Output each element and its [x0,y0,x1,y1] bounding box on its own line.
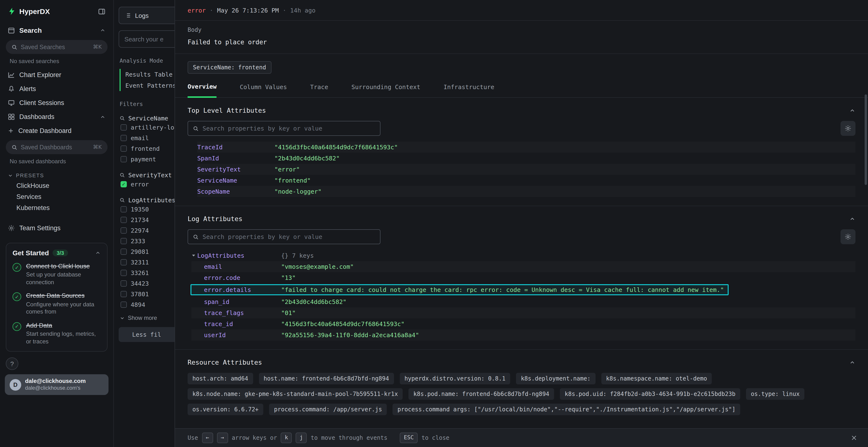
attribute-key[interactable]: ScopeName [197,188,274,195]
checkbox-checked[interactable] [121,181,127,187]
tab-trace[interactable]: Trace [310,83,328,97]
filter-option[interactable]: 29081 [119,246,175,257]
checkbox[interactable] [121,145,127,151]
attributes-settings-button[interactable] [840,229,856,244]
property-search[interactable] [188,121,380,136]
filter-option[interactable]: payment [119,153,175,164]
filter-group-header[interactable]: SeverityText [119,171,175,179]
attribute-key[interactable]: SeverityText [197,166,274,173]
attribute-key[interactable]: span_id [191,298,281,305]
checkbox[interactable] [121,206,127,212]
checkbox[interactable] [121,216,127,223]
sidebar-item-preset-services[interactable]: Services [0,191,113,202]
attribute-row[interactable]: trace_flags"01" [191,307,856,318]
filter-option[interactable]: frontend [119,143,175,153]
property-search[interactable] [188,229,380,244]
mode-event-patterns[interactable]: Event Patterns [121,80,175,91]
sidebar-item-team-settings[interactable]: Team Settings [0,221,113,235]
attribute-key[interactable]: ServiceName [197,177,274,184]
sidebar-item-alerts[interactable]: Alerts [0,82,113,96]
help-button[interactable]: ? [6,358,18,370]
sidebar-item-create-dashboard[interactable]: Create Dashboard [0,124,113,138]
event-search-input[interactable] [124,35,175,43]
resource-chip[interactable]: k8s.pod.uid: f284fb2d-a0b3-4634-991b-e2c… [560,388,740,400]
resource-chip[interactable]: k8s.pod.name: frontend-6b6c8d7bfd-ng894 [409,388,554,400]
checkbox[interactable] [121,227,127,233]
presets-toggle[interactable]: PRESETS [0,168,113,180]
attribute-value[interactable]: "01" [281,309,296,316]
attribute-key[interactable]: SpanId [197,154,274,162]
get-started-item-sources[interactable]: ✓ Create Data Sources Configure where yo… [12,292,101,316]
filter-option[interactable]: 32311 [119,257,175,267]
attribute-key[interactable]: trace_flags [191,309,281,316]
resource-chip[interactable]: k8s.namespace.name: otel-demo [601,373,712,384]
attribute-row[interactable]: SeverityText"error" [197,164,856,175]
checkbox[interactable] [121,301,127,308]
tab-overview[interactable]: Overview [188,83,217,98]
attribute-key[interactable]: TraceId [197,143,274,151]
property-search-input[interactable] [203,233,375,240]
collapse-section-button[interactable] [849,359,856,365]
filter-group-header[interactable]: ServiceName [119,115,175,122]
filter-option[interactable]: 4894 [119,299,175,310]
attribute-row[interactable]: email"vmoses@example.com" [191,261,856,272]
attribute-value[interactable]: "node-logger" [274,188,322,195]
checkbox[interactable] [121,124,127,130]
show-more-toggle[interactable]: Show more [119,314,175,321]
attribute-row[interactable]: ServiceName"frontend" [197,175,856,186]
filter-option[interactable]: 22974 [119,225,175,236]
brand[interactable]: HyperDX [8,7,50,15]
attribute-key[interactable]: email [191,263,281,270]
attribute-value[interactable]: "error" [274,166,300,173]
close-panel-button[interactable] [850,435,858,441]
attribute-value[interactable]: "failed to charge card: could not charge… [281,286,724,294]
attribute-row[interactable]: error.code"13" [191,272,856,283]
resource-chip[interactable]: os.version: 6.6.72+ [188,404,264,415]
checkbox[interactable] [121,259,127,265]
attribute-value[interactable]: "frontend" [274,177,311,184]
attribute-row[interactable]: SpanId"2b43d0c4dd6bc582" [197,153,856,164]
event-search[interactable] [119,30,175,48]
resource-chip[interactable]: host.arch: amd64 [188,373,253,384]
sidebar-item-chart-explorer[interactable]: Chart Explorer [0,68,113,82]
attribute-row[interactable]: TraceId"4156d3fbc40a64854d9dc7f68641593c… [197,142,856,153]
attribute-key[interactable]: LogAttributes [197,252,245,259]
sidebar-collapse-button[interactable] [98,7,105,15]
filter-option[interactable]: 2333 [119,236,175,246]
user-menu[interactable]: D dale@clickhouse.com dale@clickhouse.co… [5,375,108,395]
attribute-row[interactable]: userId"92a55156-39a4-11f0-8ddd-a2eca416a… [191,330,856,341]
mode-results-table[interactable]: Results Table [121,69,175,80]
filter-option[interactable]: 21734 [119,214,175,225]
sidebar-item-preset-clickhouse[interactable]: ClickHouse [0,180,113,191]
checkbox[interactable] [121,156,127,162]
attribute-row[interactable]: trace_id"4156d3fbc40a64854d9dc7f68641593… [191,318,856,330]
saved-searches-search[interactable]: ⌘K [6,40,107,54]
attribute-value[interactable]: "13" [281,274,296,281]
attribute-value[interactable]: "4156d3fbc40a64854d9dc7f68641593c" [281,320,405,328]
property-search-input[interactable] [203,125,375,132]
checkbox[interactable] [121,248,127,254]
checkbox[interactable] [121,238,127,244]
resource-chip[interactable]: host.name: frontend-6b6c8d7bfd-ng894 [259,373,394,384]
attribute-value[interactable]: "vmoses@example.com" [281,263,354,270]
attribute-key[interactable]: error.code [191,274,281,281]
checkbox[interactable] [121,291,127,297]
scrollbar-thumb[interactable] [865,94,867,185]
get-started-item-add-data[interactable]: ✓ Add Data Start sending logs, metrics, … [12,322,101,346]
sidebar-item-preset-kubernetes[interactable]: Kubernetes [0,202,113,213]
checkbox[interactable] [121,135,127,141]
resource-chip[interactable]: process.command args: ["/usr/local/bin/n… [393,404,740,415]
filter-option[interactable]: 34423 [119,278,175,288]
checkbox[interactable] [121,280,127,286]
less-filters-button[interactable]: Less fil [119,327,175,342]
attribute-key[interactable]: error.details [191,286,281,294]
tab-surrounding-context[interactable]: Surrounding Context [351,83,420,97]
attribute-value[interactable]: "2b43d0c4dd6bc582" [281,298,346,305]
filter-option[interactable]: 19350 [119,204,175,214]
filter-option[interactable]: 37801 [119,288,175,299]
attributes-settings-button[interactable] [840,121,856,136]
attribute-tree-root[interactable]: LogAttributes {} 7 keys [191,250,856,261]
attribute-row-highlighted[interactable]: error.details"failed to charge card: cou… [190,284,728,295]
source-selector[interactable]: Logs [119,7,175,24]
attribute-key[interactable]: trace_id [191,320,281,328]
